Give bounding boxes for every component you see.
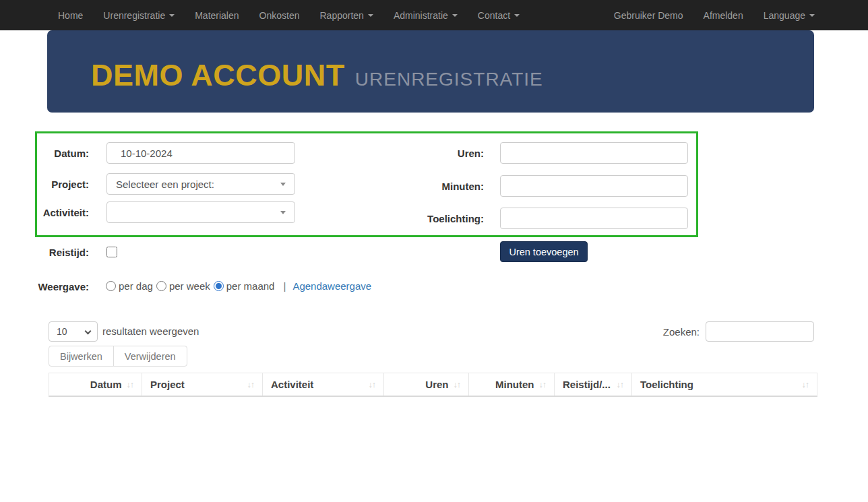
uren-label: Uren:: [376, 147, 484, 160]
agendaweergave-link[interactable]: Agendaweergave: [292, 280, 371, 292]
reistijd-checkbox[interactable]: [106, 247, 117, 257]
sort-icon: ↓↑: [247, 380, 255, 389]
nav-user[interactable]: Gebruiker Demo: [604, 0, 693, 30]
navbar-right: Gebruiker Demo Afmelden Language: [604, 0, 825, 30]
results-length-select[interactable]: 10: [49, 321, 98, 342]
per-maand-label: per maand: [226, 280, 275, 292]
nav-administratie-label: Administratie: [394, 10, 448, 21]
reistijd-label: Reistijd:: [13, 246, 89, 259]
nav-language[interactable]: Language: [753, 0, 825, 30]
column-label: Reistijd/...: [563, 379, 611, 390]
navbar-left: Home Urenregistratie Materialen Onkosten…: [48, 0, 530, 30]
per-maand-radio[interactable]: [214, 281, 224, 291]
nav-contact-label: Contact: [478, 10, 510, 21]
column-header-datum[interactable]: Datum ↓↑: [49, 373, 142, 396]
column-header-reistijd[interactable]: Reistijd/... ↓↑: [554, 373, 631, 396]
nav-rapporten[interactable]: Rapporten: [310, 0, 383, 30]
minuten-input[interactable]: [500, 175, 688, 197]
caret-down-icon: [514, 14, 520, 17]
results-length-value: 10: [57, 326, 67, 337]
sort-icon: ↓↑: [539, 380, 547, 389]
minuten-label: Minuten:: [376, 180, 484, 193]
urenregistratie-app: Home Urenregistratie Materialen Onkosten…: [0, 0, 868, 502]
column-label: Toelichting: [640, 379, 693, 390]
sort-icon: ↓↑: [127, 380, 134, 389]
caret-down-icon: [280, 211, 286, 214]
project-select-value: Selecteer een project:: [116, 179, 214, 190]
sort-icon: ↓↑: [802, 380, 809, 389]
sort-icon: ↓↑: [369, 380, 376, 389]
per-week-radio[interactable]: [156, 281, 166, 291]
caret-down-icon: [280, 183, 286, 186]
column-header-uren[interactable]: Uren ↓↑: [383, 373, 468, 396]
column-header-project[interactable]: Project ↓↑: [142, 373, 262, 396]
per-dag-radio[interactable]: [106, 281, 116, 291]
search-input[interactable]: [706, 321, 814, 342]
column-label: Datum: [90, 379, 122, 390]
caret-down-icon: [809, 14, 815, 17]
datum-label: Datum:: [13, 147, 89, 160]
column-label: Minuten: [495, 379, 534, 390]
caret-down-icon: [368, 14, 373, 17]
nav-urenregistratie[interactable]: Urenregistratie: [93, 0, 185, 30]
caret-down-icon: [169, 14, 175, 17]
chevron-down-icon: [85, 328, 92, 335]
sort-icon: ↓↑: [454, 380, 461, 389]
activiteit-select[interactable]: [106, 201, 295, 223]
caret-down-icon: [452, 14, 458, 17]
results-table-header: Datum ↓↑ Project ↓↑ Activiteit ↓↑ Uren ↓…: [49, 373, 817, 397]
separator: |: [283, 280, 286, 292]
project-select[interactable]: Selecteer een project:: [106, 173, 295, 195]
search-label: Zoeken:: [632, 326, 700, 338]
weergave-options: per dag per week per maand | Agendaweerg…: [106, 279, 371, 292]
bijwerken-button[interactable]: Bijwerken: [49, 346, 114, 367]
nav-rapporten-label: Rapporten: [320, 10, 364, 21]
activiteit-label: Activiteit:: [13, 206, 89, 220]
toelichting-label: Toelichting:: [376, 212, 484, 226]
account-title: DEMO ACCOUNT: [91, 59, 345, 92]
verwijderen-button[interactable]: Verwijderen: [113, 346, 187, 367]
top-navbar: Home Urenregistratie Materialen Onkosten…: [0, 0, 868, 30]
project-label: Project:: [13, 178, 89, 191]
results-length-suffix: resultaten weergeven: [102, 325, 199, 337]
table-action-buttons: Bijwerken Verwijderen: [49, 346, 187, 367]
nav-administratie[interactable]: Administratie: [383, 0, 468, 30]
column-header-minuten[interactable]: Minuten ↓↑: [468, 373, 554, 396]
uren-toevoegen-button[interactable]: Uren toevoegen: [500, 241, 588, 262]
page-subtitle: URENREGISTRATIE: [355, 69, 543, 90]
column-header-activiteit[interactable]: Activiteit ↓↑: [262, 373, 383, 396]
nav-logout[interactable]: Afmelden: [693, 0, 753, 30]
nav-contact[interactable]: Contact: [468, 0, 530, 30]
column-header-toelichting[interactable]: Toelichting ↓↑: [631, 373, 817, 396]
nav-language-label: Language: [764, 10, 805, 21]
column-label: Uren: [425, 379, 448, 390]
uren-input[interactable]: [500, 142, 688, 164]
column-label: Activiteit: [271, 379, 313, 390]
nav-materialen[interactable]: Materialen: [185, 0, 249, 30]
column-label: Project: [150, 379, 185, 390]
per-dag-label: per dag: [119, 280, 153, 292]
nav-onkosten[interactable]: Onkosten: [249, 0, 310, 30]
weergave-label: Weergave:: [13, 280, 89, 294]
page-banner: DEMO ACCOUNT URENREGISTRATIE: [47, 30, 814, 113]
nav-home[interactable]: Home: [48, 0, 93, 30]
datum-input[interactable]: [106, 142, 295, 164]
sort-icon: ↓↑: [617, 380, 624, 389]
per-week-label: per week: [169, 280, 210, 292]
nav-urenregistratie-label: Urenregistratie: [103, 10, 165, 21]
toelichting-input[interactable]: [500, 208, 688, 229]
